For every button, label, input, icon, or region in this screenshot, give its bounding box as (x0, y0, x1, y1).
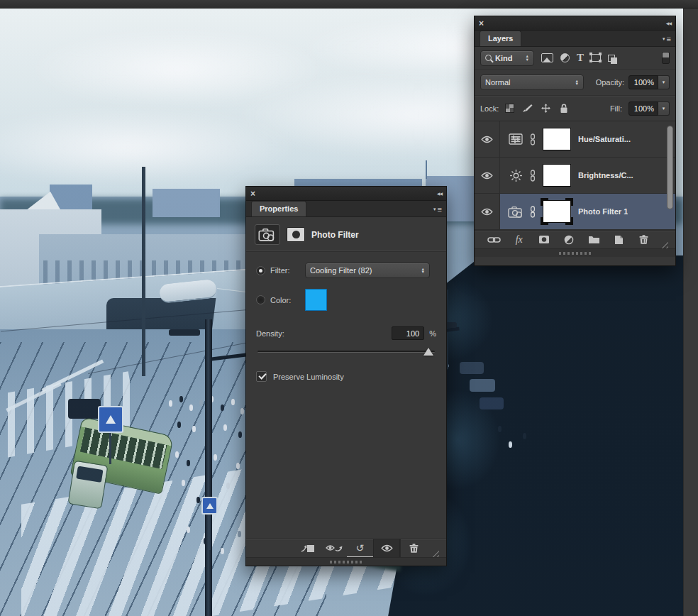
close-icon[interactable]: × (479, 19, 484, 28)
layers-panel-titlebar: × ◀◀ (475, 16, 675, 31)
panel-resize-grip[interactable] (430, 548, 439, 557)
reset-to-defaults-icon[interactable]: ↺ (347, 539, 373, 557)
lock-label: Lock: (480, 104, 499, 113)
filter-label: Filter: (270, 266, 300, 275)
properties-header: Photo Filter (246, 217, 446, 252)
layers-panel: × ◀◀ Layers ▼ ≡ Kind ▲▼ T Normal ▲▼ (474, 16, 676, 266)
panel-resize-grip[interactable] (659, 239, 668, 248)
visibility-eye-icon[interactable] (475, 158, 500, 193)
filter-shape-layers-icon[interactable] (591, 54, 601, 62)
layer-row-brightness-contrast[interactable]: Brightness/C... (475, 158, 675, 194)
collapse-panel-icon[interactable]: ◀◀ (437, 191, 442, 196)
preserve-luminosity-row: Preserve Luminosity (246, 371, 446, 382)
mask-link-icon[interactable] (530, 170, 536, 182)
filter-smart-objects-icon[interactable] (608, 55, 615, 62)
opacity-dropdown-icon[interactable]: ▼ (658, 75, 670, 89)
layer-name[interactable]: Brightness/C... (578, 171, 633, 180)
filter-type-layers-icon[interactable]: T (577, 52, 584, 64)
tab-properties[interactable]: Properties (251, 201, 306, 216)
toggle-visibility-eye-icon[interactable] (373, 539, 401, 557)
layer-mask-thumbnail[interactable] (543, 164, 571, 187)
panel-drag-strip[interactable] (246, 557, 446, 566)
properties-panel: × ◀◀ Properties ▼ ≡ Photo Filter Filter:… (245, 186, 447, 566)
clip-to-layer-icon[interactable] (295, 539, 321, 557)
layer-mask-thumbnail-selected[interactable] (543, 200, 571, 223)
lock-pixels-icon[interactable] (522, 104, 533, 113)
filter-pixel-layers-icon[interactable] (541, 53, 553, 62)
lock-position-icon[interactable] (541, 103, 551, 114)
spacer (253, 539, 295, 557)
new-group-folder-icon[interactable] (582, 231, 606, 248)
properties-panel-titlebar: × ◀◀ (246, 187, 446, 201)
opacity-label: Opacity: (596, 78, 624, 87)
new-adjustment-layer-icon[interactable] (556, 231, 581, 248)
app-top-bar (0, 0, 698, 9)
photo-filter-adjustment-icon[interactable] (255, 224, 280, 245)
layer-row-photo-filter[interactable]: Photo Filter 1 (475, 194, 675, 230)
panel-drag-strip[interactable] (475, 248, 675, 257)
layer-filter-row: Kind ▲▼ T (475, 47, 675, 70)
lock-all-icon[interactable] (559, 103, 569, 114)
filter-dropdown[interactable]: Cooling Filter (82) ▲▼ (305, 263, 430, 278)
tab-layers[interactable]: Layers (480, 31, 521, 46)
layers-scrollbar[interactable] (667, 126, 673, 209)
visibility-eye-icon[interactable] (475, 194, 500, 229)
close-icon[interactable]: × (250, 189, 255, 198)
preserve-luminosity-label: Preserve Luminosity (273, 373, 344, 381)
properties-empty-area (246, 382, 446, 539)
new-layer-icon[interactable] (606, 231, 631, 248)
mask-link-icon[interactable] (530, 206, 536, 218)
blend-mode-dropdown[interactable]: Normal ▲▼ (480, 75, 584, 90)
search-icon (485, 55, 492, 61)
link-layers-icon[interactable] (482, 231, 506, 248)
combo-arrows-icon: ▲▼ (526, 55, 529, 61)
density-slider-thumb[interactable] (423, 348, 433, 356)
brightness-contrast-icon (506, 169, 525, 182)
delete-adjustment-trash-icon[interactable] (400, 539, 427, 557)
panel-menu-icon[interactable]: ▼ ≡ (662, 35, 671, 46)
layers-tab-row: Layers ▼ ≡ (475, 31, 675, 47)
layer-name[interactable]: Hue/Saturati... (578, 135, 631, 143)
filter-radio[interactable] (256, 266, 265, 275)
density-input[interactable]: 100 (392, 326, 424, 340)
filter-adjustment-layers-icon[interactable] (560, 53, 570, 62)
density-slider-track[interactable] (257, 351, 435, 353)
delete-layer-trash-icon[interactable] (631, 231, 656, 248)
visibility-eye-icon[interactable] (475, 121, 500, 157)
filter-kind-dropdown[interactable]: Kind ▲▼ (480, 50, 534, 66)
filtering-toggle[interactable] (662, 52, 670, 64)
properties-tab-row: Properties ▼ ≡ (246, 201, 446, 217)
panel-menu-icon[interactable]: ▼ ≡ (433, 205, 442, 216)
layer-style-fx-icon[interactable]: fx (506, 231, 531, 248)
adjustment-title: Photo Filter (311, 230, 359, 240)
view-previous-state-icon[interactable] (321, 539, 347, 557)
add-layer-mask-icon[interactable] (531, 231, 556, 248)
layer-row-hue-saturation[interactable]: Hue/Saturati... (475, 121, 675, 158)
mask-link-icon[interactable] (530, 133, 536, 145)
blend-mode-row: Normal ▲▼ Opacity: 100% ▼ (475, 70, 675, 96)
combo-arrows-icon: ▲▼ (575, 79, 579, 86)
color-swatch[interactable] (305, 289, 327, 311)
fill-dropdown-icon[interactable]: ▼ (658, 101, 670, 116)
density-slider[interactable] (257, 347, 435, 357)
lock-row: Lock: Fill: 100% ▼ (475, 96, 675, 121)
density-row: Density: 100 % (246, 326, 446, 340)
fill-label: Fill: (610, 104, 622, 113)
mask-properties-icon[interactable] (287, 227, 305, 242)
color-radio[interactable] (256, 295, 265, 304)
properties-bottom-toolbar: ↺ (246, 539, 446, 557)
density-label: Density: (256, 329, 284, 338)
layer-mask-thumbnail[interactable] (543, 128, 571, 150)
filter-row: Filter: Cooling Filter (82) ▲▼ (246, 263, 446, 278)
fill-field[interactable]: 100% (628, 101, 658, 116)
color-row: Color: (246, 289, 446, 311)
layers-bottom-toolbar: fx (475, 230, 675, 248)
opacity-field[interactable]: 100% (628, 75, 658, 89)
photo-filter-icon (506, 206, 525, 218)
lock-transparency-icon[interactable] (505, 104, 514, 113)
density-percent-sign: % (429, 329, 436, 338)
layer-name[interactable]: Photo Filter 1 (578, 207, 628, 216)
preserve-luminosity-checkbox[interactable] (256, 371, 267, 382)
collapse-panel-icon[interactable]: ◀◀ (666, 21, 671, 26)
hue-saturation-icon (506, 133, 525, 145)
